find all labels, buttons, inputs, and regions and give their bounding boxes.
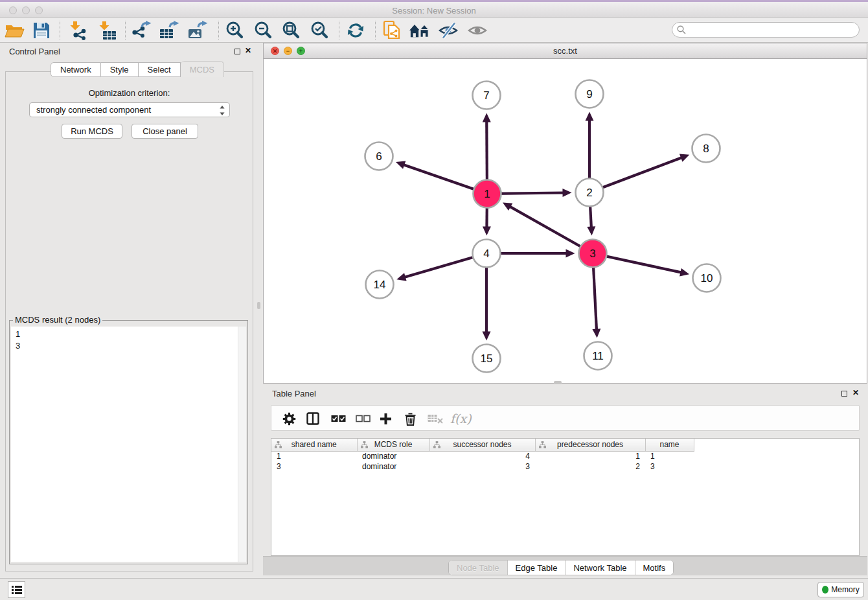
table-tabstrip: Node Table Edge Table Network Table Moti… — [263, 556, 867, 575]
cell-successor-nodes[interactable]: 4 — [429, 451, 535, 461]
column-header-MCDS-role[interactable]: MCDS role — [357, 439, 429, 451]
tab-node-table[interactable]: Node Table — [449, 560, 507, 575]
add-column-icon[interactable] — [380, 411, 392, 426]
arrowhead-2-8 — [680, 154, 689, 162]
network-view-window: ✕ − + scc.txt 1234678910111415 — [263, 43, 867, 384]
control-panel: Control Panel ✕ Network Style Select MCD… — [0, 43, 254, 575]
table-settings-icon[interactable] — [282, 411, 296, 426]
cell-predecessor-nodes[interactable]: 1 — [535, 451, 645, 461]
cell-name[interactable]: 1 — [645, 451, 694, 461]
cell-MCDS-role[interactable]: dominator — [357, 451, 429, 461]
unselect-all-columns-icon[interactable] — [356, 411, 371, 426]
table-toolbar: f(x) — [271, 405, 860, 431]
cell-shared-name[interactable]: 3 — [271, 461, 357, 472]
export-table-icon[interactable] — [159, 20, 179, 41]
task-history-button[interactable] — [8, 581, 25, 598]
show-graphics-details-icon[interactable] — [467, 20, 488, 41]
split-handle-vertical[interactable] — [257, 302, 260, 309]
criterion-dropdown[interactable]: strongly connected component — [29, 102, 230, 117]
home-layout-icon[interactable] — [409, 20, 430, 41]
node-label-7: 7 — [483, 89, 489, 102]
hide-graphics-details-icon[interactable] — [438, 20, 459, 41]
search-input[interactable] — [672, 22, 860, 38]
arrowhead-4-15 — [483, 332, 491, 341]
node-label-1: 1 — [484, 188, 490, 200]
main-toolbar — [0, 17, 868, 43]
column-label: MCDS role — [374, 440, 413, 449]
import-network-icon[interactable] — [67, 20, 88, 41]
table-row-1[interactable]: 1dominator411 — [271, 451, 694, 461]
select-all-columns-icon[interactable] — [331, 411, 346, 426]
column-label: predecessor nodes — [557, 440, 623, 449]
table-panel-close-icon[interactable]: ✕ — [852, 388, 859, 397]
application-window: Session: New Session — [0, 0, 868, 600]
table-panel: Table Panel ✕ f(x) — [263, 386, 867, 575]
split-handle-horizontal[interactable] — [554, 381, 562, 384]
run-mcds-button[interactable]: Run MCDS — [62, 124, 122, 139]
zoom-fit-icon[interactable] — [280, 20, 301, 41]
tab-network-table[interactable]: Network Table — [565, 560, 634, 575]
arrowhead-1-7 — [483, 113, 491, 122]
control-panel-title: Control Panel — [9, 47, 60, 56]
cell-successor-nodes[interactable]: 3 — [429, 461, 535, 472]
copy-views-icon[interactable] — [382, 20, 402, 41]
export-image-icon[interactable] — [187, 20, 208, 41]
save-session-icon[interactable] — [31, 20, 52, 41]
node-label-14: 14 — [374, 279, 386, 291]
refresh-icon[interactable] — [345, 20, 366, 41]
cell-name[interactable]: 3 — [645, 461, 694, 472]
arrowhead-4-3 — [566, 249, 575, 258]
memory-button[interactable]: Memory — [817, 582, 864, 597]
arrowhead-4-14 — [396, 273, 406, 281]
column-header-predecessor-nodes[interactable]: predecessor nodes — [535, 439, 645, 451]
flatten-column-icon — [539, 441, 546, 450]
network-window-title: scc.txt — [264, 46, 867, 56]
column-header-shared-name[interactable]: shared name — [271, 439, 357, 451]
window-title: Session: New Session — [0, 6, 868, 16]
node-label-2: 2 — [586, 187, 592, 199]
edge-2-8[interactable] — [589, 157, 682, 192]
column-label: shared name — [291, 440, 337, 449]
tab-select[interactable]: Select — [139, 62, 181, 77]
memory-status-dot — [822, 586, 828, 594]
zoom-in-icon[interactable] — [224, 20, 245, 41]
network-canvas[interactable]: 1234678910111415 — [264, 59, 867, 383]
open-session-icon[interactable] — [4, 20, 25, 41]
result-scrollbar[interactable] — [238, 327, 246, 562]
delete-table-icon[interactable] — [428, 411, 443, 426]
table-panel-float-icon[interactable] — [841, 391, 847, 397]
arrowhead-2-9 — [586, 112, 594, 121]
flatten-column-icon — [433, 441, 440, 450]
mcds-result-list[interactable]: 1 3 — [11, 327, 246, 562]
mcds-result-values: 1 3 — [16, 329, 20, 352]
cell-MCDS-role[interactable]: dominator — [357, 461, 429, 472]
import-table-icon[interactable] — [97, 20, 117, 41]
tab-mcds[interactable]: MCDS — [181, 61, 224, 77]
column-label: successor nodes — [453, 440, 511, 449]
tab-motifs[interactable]: Motifs — [635, 560, 674, 575]
cell-predecessor-nodes[interactable]: 2 — [535, 461, 645, 472]
zoom-selected-icon[interactable] — [309, 20, 330, 41]
control-panel-float-icon[interactable] — [234, 49, 240, 54]
export-network-icon[interactable] — [131, 20, 152, 41]
zoom-out-icon[interactable] — [253, 20, 273, 41]
close-panel-button[interactable]: Close panel — [131, 124, 198, 139]
control-panel-tabs: Network Style Select MCDS — [51, 62, 224, 77]
node-label-8: 8 — [703, 143, 709, 155]
tab-network[interactable]: Network — [51, 62, 101, 77]
node-table: shared nameMCDS rolesuccessor nodesprede… — [271, 438, 860, 556]
arrowhead-1-2 — [562, 189, 571, 197]
delete-column-icon[interactable] — [404, 411, 417, 426]
table-row-2[interactable]: 3dominator323 — [271, 461, 694, 472]
function-builder-icon[interactable]: f(x) — [450, 411, 472, 426]
tab-edge-table[interactable]: Edge Table — [507, 560, 565, 575]
tab-style[interactable]: Style — [101, 62, 139, 77]
show-columns-icon[interactable] — [306, 411, 319, 426]
control-panel-close-icon[interactable]: ✕ — [245, 46, 251, 55]
mcds-result-group: MCDS result (2 nodes) 1 3 — [9, 320, 248, 564]
node-label-3: 3 — [589, 248, 595, 260]
column-header-successor-nodes[interactable]: successor nodes — [429, 439, 535, 451]
column-header-name[interactable]: name — [645, 439, 694, 451]
cell-shared-name[interactable]: 1 — [271, 451, 357, 461]
arrowhead-2-3 — [587, 226, 595, 235]
